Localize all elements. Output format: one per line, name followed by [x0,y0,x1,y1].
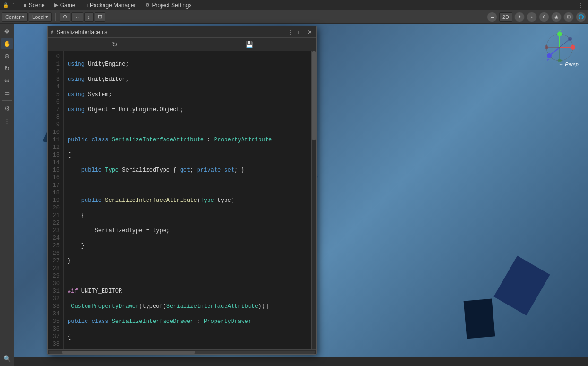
line-num-2: 2 [56,68,60,76]
code-line-6: { [68,151,308,159]
line-num-5: 5 [56,91,60,98]
sidebar-icon-search[interactable]: 🔍 [1,353,13,364]
top-menu-bar: 🔒 ⋮ ■ Scene ▶ Game □ Package Manager ⚙ P… [0,0,588,10]
menu-item-project-settings[interactable]: ⚙ Project Settings [140,0,196,10]
line-num-16: 16 [53,174,60,182]
toolbar-gizmos-btn[interactable]: ⊞ [563,12,574,22]
toolbar-local-btn[interactable]: Local ▾ [29,12,52,22]
toolbar-bar: Center ▾ Local ▾ ⊕ ↔ ↕ ⊞ ☁ 2D ✦ ♪ ※ ◉ ⊞ … [0,10,588,24]
toolbar-global-btn[interactable]: 🌐 [576,12,586,22]
code-vscrollbar[interactable] [311,51,316,349]
line-num-18: 18 [53,189,60,197]
lock-icon[interactable]: 🔒 [3,2,9,8]
sidebar-icon-tools[interactable]: ⚙ [1,103,13,114]
local-chevron-icon: ▾ [45,14,48,20]
line-num-28: 28 [53,265,60,272]
toolbar-center-btn[interactable]: Center ▾ [2,12,28,22]
line-num-27: 27 [53,257,60,265]
sidebar-icon-hand[interactable]: ✋ [1,38,13,49]
menu-item-scene[interactable]: ■ Scene [19,0,50,10]
code-hscrollbar-thumb [62,351,195,354]
code-line-17: public class SerializeInterfaceDrawer : … [68,318,308,325]
sidebar-icon-rect[interactable]: ▭ [1,87,13,98]
svg-line-14 [560,39,570,47]
toolbar-scale-btn[interactable]: ↕ [84,12,94,22]
sidebar-icon-more[interactable]: ⋮ [1,115,13,126]
line-num-14: 14 [53,159,60,166]
code-close-icon[interactable]: ✕ [306,28,313,36]
line-num-23: 23 [53,227,60,235]
line-num-12: 12 [53,144,60,151]
sidebar-icon-move[interactable]: ✥ [1,26,13,37]
code-line-11: SerializedType = type; [68,227,308,235]
line-num-35: 35 [53,318,60,325]
code-line-14 [68,272,308,280]
line-num-37: 37 [53,333,60,340]
refresh-icon: ↻ [112,41,118,48]
rect-icon: ⊞ [98,14,102,20]
menu-game-label: Game [60,2,76,9]
sidebar-sep-1 [2,100,12,101]
code-line-5: public class SerializeInterfaceAttribute… [68,136,308,144]
code-line-10: { [68,212,308,219]
save-icon: 💾 [245,41,253,48]
code-text-area[interactable]: using UnityEngine; using UnityEditor; us… [64,51,311,349]
line-num-33: 33 [53,303,60,310]
scale-icon: ↕ [87,14,90,20]
code-line-12: } [68,242,308,250]
code-hscrollbar[interactable] [48,349,316,354]
sidebar-icon-scale[interactable]: ⇔ [1,75,13,86]
toolbar-rotate-btn[interactable]: ↔ [71,12,83,22]
code-maximize-icon[interactable]: □ [296,28,304,36]
toolbar-fx-btn[interactable]: ※ [539,12,549,22]
code-toolbar-refresh[interactable]: ↻ [48,41,182,48]
gizmo-widget[interactable]: X Y Z [541,28,579,66]
line-num-0: 0 [56,53,60,61]
code-toolbar-save[interactable]: 💾 [182,41,317,48]
code-line-18: { [68,333,308,340]
toolbar-rect-btn[interactable]: ⊞ [95,12,105,22]
line-num-22: 22 [53,219,60,227]
toolbar-lighting-btn[interactable]: ✦ [514,12,525,22]
menu-item-package-manager[interactable]: □ Package Manager [80,0,140,10]
code-filename: SerializeInterface.cs [56,29,284,35]
line-num-38: 38 [53,340,60,348]
toolbar-2d-btn[interactable]: 2D [499,12,512,22]
sidebar-icon-transform[interactable]: ⊕ [1,50,13,61]
code-menu-icon[interactable]: ⋮ [287,28,294,36]
line-num-32: 32 [53,295,60,303]
svg-text:Z: Z [547,58,549,62]
line-num-13: 13 [53,151,60,159]
gizmo-svg: X Y Z [541,28,579,66]
bottom-status-bar [0,357,588,366]
persp-label: ← Persp [558,61,579,67]
line-num-26: 26 [53,250,60,257]
toolbar-right: ☁ 2D ✦ ♪ ※ ◉ ⊞ 🌐 [487,12,586,22]
code-file-hash-icon: # [51,29,53,35]
toolbar-scene-camera-btn[interactable]: ◉ [551,12,562,22]
line-num-17: 17 [53,182,60,189]
sidebar-icon-rotate[interactable]: ↻ [1,62,13,74]
line-num-24: 24 [53,235,60,242]
menu-item-game[interactable]: ▶ Game [50,0,80,10]
more-dots-icon[interactable]: ⋮ [10,2,16,8]
svg-point-8 [547,53,552,58]
line-num-21: 21 [53,212,60,219]
window-controls: 🔒 ⋮ [0,2,19,8]
line-num-9: 9 [56,121,60,129]
code-line-8 [68,182,308,189]
line-num-11: 11 [53,136,60,144]
menu-more-icon[interactable]: ⋮ [574,1,588,9]
toolbar-group-tools: ⊕ ↔ ↕ ⊞ [60,12,105,22]
code-content: 0 1 2 3 4 5 6 7 8 9 10 11 12 13 14 15 16… [48,51,316,349]
line-num-25: 25 [53,242,60,250]
line-num-15: 15 [53,166,60,174]
toolbar-cloud-btn[interactable]: ☁ [487,12,497,22]
code-line-4 [68,121,308,129]
code-line-0: using UnityEngine; [68,61,308,68]
toolbar-audio-btn[interactable]: ♪ [527,12,537,22]
toolbar-move-btn[interactable]: ⊕ [60,12,70,22]
line-numbers: 0 1 2 3 4 5 6 7 8 9 10 11 12 13 14 15 16… [48,51,64,349]
package-icon: □ [85,2,88,8]
code-vscrollbar-thumb [312,51,316,140]
